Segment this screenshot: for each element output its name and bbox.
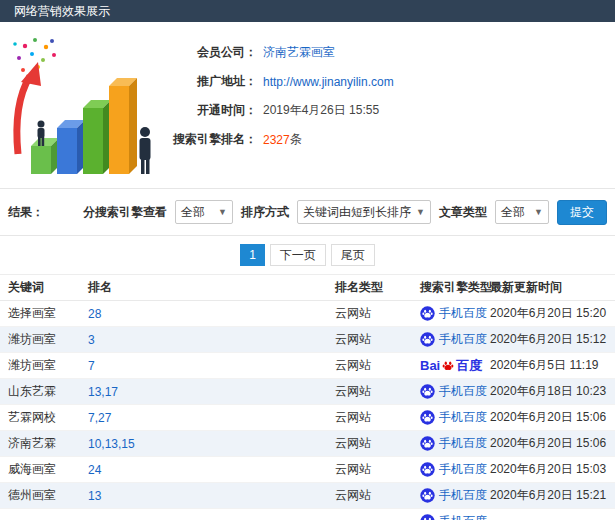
engine-label[interactable]: 手机百度 bbox=[439, 487, 487, 504]
last-page-button[interactable]: 尾页 bbox=[331, 244, 375, 266]
engine-label[interactable]: 手机百度 bbox=[439, 461, 487, 478]
col-updated: 最新更新时间 bbox=[490, 279, 615, 296]
baidu-paw-icon bbox=[441, 359, 455, 373]
engine-cell: 手机百度 bbox=[420, 305, 490, 322]
engine-cell: 手机百度 bbox=[420, 461, 490, 478]
info-row-open-time: 开通时间： 2019年4月26日 15:55 bbox=[161, 96, 394, 125]
engine-filter-select[interactable]: 全部 ▼ bbox=[175, 200, 233, 224]
page-title: 网络营销效果展示 bbox=[14, 3, 110, 20]
baidu-mobile-icon bbox=[420, 306, 435, 321]
chevron-down-icon: ▼ bbox=[534, 207, 543, 217]
rank-type-cell: 云网站 bbox=[335, 383, 420, 400]
engine-label[interactable]: 手机百度 bbox=[439, 383, 487, 400]
table-row: 艺霖网校 7,27 云网站 手机百度 2020年6月20日 15:06 bbox=[0, 405, 615, 431]
baidu-mobile-icon bbox=[420, 384, 435, 399]
engine-label[interactable]: 手机百度 bbox=[439, 435, 487, 452]
rank-cell[interactable]: 3 bbox=[88, 333, 335, 347]
page: 网络营销效果展示 bbox=[0, 0, 615, 520]
marketing-chart-image bbox=[5, 32, 157, 180]
rank-type-cell: 云网站 bbox=[335, 409, 420, 426]
rank-type-cell: 云网站 bbox=[335, 357, 420, 374]
info-section: 会员公司： 济南艺霖画室 推广地址： http://www.jinanyilin… bbox=[0, 22, 615, 188]
keyword-cell: 德州画室 bbox=[8, 487, 88, 504]
company-label: 会员公司： bbox=[161, 44, 257, 61]
rank-type-cell: 云网站 bbox=[335, 487, 420, 504]
url-value[interactable]: http://www.jinanyilin.com bbox=[263, 75, 394, 89]
engine-cell: 手机百度 bbox=[420, 383, 490, 400]
rank-type-cell: 云网站 bbox=[335, 331, 420, 348]
updated-cell: 2020年6月20日 15:12 bbox=[490, 331, 615, 348]
updated-cell: 2020年6月20日 15:06 bbox=[490, 409, 615, 426]
baidu-logo[interactable]: Bai 百度 bbox=[420, 357, 482, 375]
baidu-mobile-icon bbox=[420, 332, 435, 347]
next-page-button[interactable]: 下一页 bbox=[270, 244, 326, 266]
info-row-rank-count: 搜索引擎排名： 2327 条 bbox=[161, 125, 394, 154]
table-row: 潍坊画室 7 云网站 Bai 百度 2020年6月5日 11:19 bbox=[0, 353, 615, 379]
rank-cell[interactable]: 28 bbox=[88, 307, 335, 321]
engine-filter-label: 分搜索引擎查看 bbox=[83, 204, 167, 221]
col-keyword: 关键词 bbox=[8, 279, 88, 296]
article-type-select[interactable]: 全部 ▼ bbox=[495, 200, 549, 224]
rank-cell[interactable]: 7 bbox=[88, 359, 335, 373]
table-row-partial: 手机百度 bbox=[0, 509, 615, 520]
table-row: 威海画室 24 云网站 手机百度 2020年6月20日 15:03 bbox=[0, 457, 615, 483]
engine-label[interactable]: 手机百度 bbox=[439, 331, 487, 348]
company-value[interactable]: 济南艺霖画室 bbox=[263, 44, 335, 61]
rank-count-value: 2327 bbox=[263, 133, 290, 147]
rank-cell[interactable]: 24 bbox=[88, 463, 335, 477]
baidu-logo-cn: 百度 bbox=[456, 357, 482, 375]
results-label: 结果： bbox=[8, 204, 44, 221]
baidu-mobile-icon bbox=[420, 462, 435, 477]
filter-section: 结果： 分搜索引擎查看 全部 ▼ 排序方式 关键词由短到长排序 ▼ 文章类型 全… bbox=[0, 188, 615, 236]
url-label: 推广地址： bbox=[161, 73, 257, 90]
article-type-value: 全部 bbox=[501, 204, 525, 221]
engine-cell: 手机百度 bbox=[420, 409, 490, 426]
updated-cell: 2020年6月18日 10:23 bbox=[490, 383, 615, 400]
updated-cell: 2020年6月5日 11:19 bbox=[490, 357, 615, 374]
baidu-mobile-icon bbox=[420, 410, 435, 425]
keyword-cell: 艺霖网校 bbox=[8, 409, 88, 426]
rank-count-suffix: 条 bbox=[290, 131, 302, 148]
updated-cell: 2020年6月20日 15:03 bbox=[490, 461, 615, 478]
filter-controls: 分搜索引擎查看 全部 ▼ 排序方式 关键词由短到长排序 ▼ 文章类型 全部 ▼ … bbox=[83, 200, 607, 225]
rank-cell[interactable]: 13 bbox=[88, 489, 335, 503]
keyword-cell: 选择画室 bbox=[8, 305, 88, 322]
engine-label[interactable]: 手机百度 bbox=[439, 409, 487, 426]
baidu-mobile-icon bbox=[420, 488, 435, 503]
submit-button[interactable]: 提交 bbox=[557, 200, 607, 225]
article-type-label: 文章类型 bbox=[439, 204, 487, 221]
col-rank: 排名 bbox=[88, 279, 335, 296]
rank-cell[interactable]: 13,17 bbox=[88, 385, 335, 399]
bars bbox=[31, 78, 137, 174]
engine-cell: 手机百度 bbox=[420, 331, 490, 348]
businessman-figure bbox=[140, 127, 151, 174]
sort-select[interactable]: 关键词由短到长排序 ▼ bbox=[297, 200, 431, 224]
engine-label[interactable]: 手机百度 bbox=[439, 305, 487, 322]
table-row: 德州画室 13 云网站 手机百度 2020年6月20日 15:21 bbox=[0, 483, 615, 509]
table-row: 潍坊画室 3 云网站 手机百度 2020年6月20日 15:12 bbox=[0, 327, 615, 353]
keyword-cell: 威海画室 bbox=[8, 461, 88, 478]
updated-cell: 2020年6月20日 15:20 bbox=[490, 305, 615, 322]
pagination: 1 下一页 尾页 bbox=[0, 236, 615, 274]
rank-type-cell: 云网站 bbox=[335, 435, 420, 452]
baidu-mobile-icon bbox=[420, 514, 435, 520]
chevron-down-icon: ▼ bbox=[218, 207, 227, 217]
engine-cell: 手机百度 bbox=[420, 487, 490, 504]
header-bar: 网络营销效果展示 bbox=[0, 0, 615, 22]
sort-value: 关键词由短到长排序 bbox=[303, 204, 411, 221]
page-number-current[interactable]: 1 bbox=[240, 244, 265, 266]
col-engine-type: 搜索引擎类型 bbox=[420, 279, 490, 296]
engine-label[interactable]: 手机百度 bbox=[439, 513, 487, 520]
rank-type-cell: 云网站 bbox=[335, 305, 420, 322]
col-rank-type: 排名类型 bbox=[335, 279, 420, 296]
keyword-cell: 济南艺霖 bbox=[8, 435, 88, 452]
rank-cell[interactable]: 7,27 bbox=[88, 411, 335, 425]
updated-cell: 2020年6月20日 15:06 bbox=[490, 435, 615, 452]
table-body: 选择画室 28 云网站 手机百度 2020年6月20日 15:20 潍坊画室 3… bbox=[0, 301, 615, 520]
engine-filter-value: 全部 bbox=[181, 204, 205, 221]
table-row: 山东艺霖 13,17 云网站 手机百度 2020年6月18日 10:23 bbox=[0, 379, 615, 405]
open-time-value: 2019年4月26日 15:55 bbox=[263, 102, 379, 119]
results-table: 关键词 排名 排名类型 搜索引擎类型 最新更新时间 选择画室 28 云网站 手机… bbox=[0, 274, 615, 520]
rank-cell[interactable]: 10,13,15 bbox=[88, 437, 335, 451]
table-header: 关键词 排名 排名类型 搜索引擎类型 最新更新时间 bbox=[0, 275, 615, 301]
